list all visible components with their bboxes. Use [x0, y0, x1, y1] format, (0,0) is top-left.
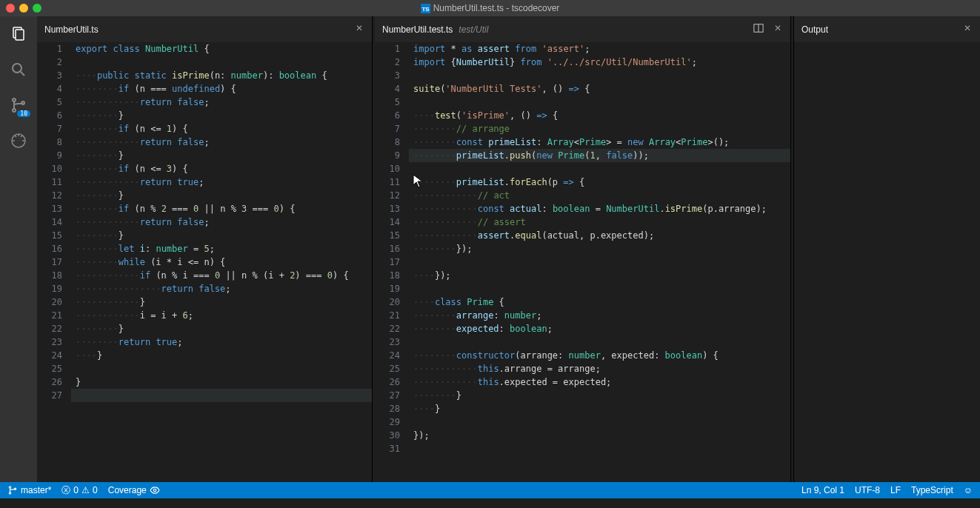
status-bar: master* ⓧ0 ⚠0 Coverage Ln 9, Col 1 UTF-8… — [0, 482, 980, 498]
code-left[interactable]: export class NumberUtil {····public stat… — [71, 42, 372, 482]
coverage-status[interactable]: Coverage — [108, 485, 160, 495]
problems-status[interactable]: ⓧ0 ⚠0 — [61, 484, 97, 497]
cursor-position-status[interactable]: Ln 9, Col 1 — [801, 485, 844, 495]
git-badge: 10 — [17, 110, 30, 117]
encoding-status[interactable]: UTF-8 — [855, 485, 880, 495]
code-editor-left[interactable]: 1234567891011121314151617181920212223242… — [37, 42, 372, 482]
tab-left-label: NumberUtil.ts — [44, 24, 99, 35]
error-count: 0 — [73, 485, 79, 495]
tab-right-label: NumberUtil.test.ts — [382, 24, 453, 35]
editor-group-right: NumberUtil.test.ts test/Util ✕ 123456789… — [375, 16, 790, 482]
svg-point-4 — [13, 109, 16, 112]
split-editor-icon[interactable] — [753, 23, 764, 36]
coverage-label: Coverage — [108, 485, 147, 495]
svg-rect-1 — [16, 30, 24, 40]
debug-icon[interactable] — [8, 130, 29, 151]
tab-left[interactable]: NumberUtil.ts ✕ — [37, 16, 372, 42]
minimize-window-button[interactable] — [19, 4, 28, 13]
window-title-text: NumberUtil.test.ts - tscodecover — [433, 3, 560, 13]
gutter-right: 1234567891011121314151617181920212223242… — [375, 42, 409, 482]
recording-indicator — [6, 16, 16, 26]
editor-group-left: NumberUtil.ts ✕ 123456789101112131415161… — [37, 16, 372, 482]
svg-point-3 — [13, 98, 16, 101]
explorer-icon[interactable] — [8, 24, 29, 44]
eol-status[interactable]: LF — [890, 485, 901, 495]
tab-output[interactable]: Output ✕ — [794, 16, 980, 42]
code-editor-right[interactable]: 1234567891011121314151617181920212223242… — [375, 42, 790, 482]
window-title: TS NumberUtil.test.ts - tscodecover — [421, 3, 560, 13]
tab-right-path: test/Util — [459, 24, 488, 35]
tab-right[interactable]: NumberUtil.test.ts test/Util ✕ — [375, 16, 790, 42]
search-icon[interactable] — [8, 59, 29, 80]
output-panel: Output ✕ — [793, 16, 980, 482]
svg-point-11 — [153, 489, 156, 492]
ts-file-icon: TS — [421, 4, 430, 13]
code-right[interactable]: import * as assert from 'assert';import … — [409, 42, 790, 482]
branch-name: master* — [21, 485, 51, 495]
git-icon[interactable]: 10 — [8, 95, 29, 116]
close-icon[interactable]: ✕ — [964, 23, 971, 33]
svg-point-9 — [9, 492, 10, 494]
titlebar: TS NumberUtil.test.ts - tscodecover — [0, 0, 980, 16]
window-controls — [6, 4, 41, 13]
close-icon[interactable]: ✕ — [356, 23, 363, 33]
language-status[interactable]: TypeScript — [911, 485, 953, 495]
activity-bar: 10 — [0, 16, 37, 482]
svg-point-2 — [13, 64, 21, 73]
zoom-window-button[interactable] — [33, 4, 41, 13]
output-title: Output — [801, 24, 828, 35]
close-icon[interactable]: ✕ — [774, 23, 781, 33]
svg-point-8 — [9, 487, 10, 488]
warning-count: 0 — [93, 485, 98, 495]
gutter-left: 1234567891011121314151617181920212223242… — [37, 42, 71, 482]
close-window-button[interactable] — [6, 4, 15, 13]
git-branch-status[interactable]: master* — [7, 485, 51, 495]
feedback-icon[interactable]: ☺ — [964, 485, 973, 495]
